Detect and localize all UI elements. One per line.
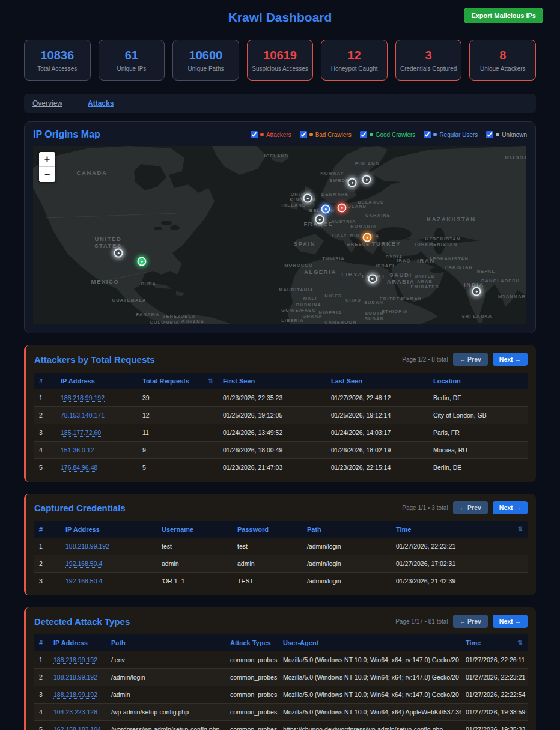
ip-address-link[interactable]: 188.218.99.192 [53,656,97,664]
map-label: SOUTH [365,311,384,316]
cell-username: test [157,538,233,555]
stat-value: 10619 [263,49,297,62]
cell-last-seen: 01/24/2026, 14:03:17 [326,424,428,442]
ip-address-link[interactable]: 176.84.96.48 [61,464,97,472]
cell-ip-address: 188.218.99.192 [61,538,157,555]
ip-address-link[interactable]: 104.23.223.128 [53,708,97,716]
pagination-attacks: Page 1/17 • 81 total← PrevNext → [395,615,528,628]
map-label: EMIRATES [411,284,439,290]
map-marker-unknown[interactable] [368,275,377,284]
table-attackers: #IP AddressTotal Requests⇅First SeenLast… [34,373,528,476]
ip-address-link[interactable]: 188.218.99.192 [61,394,105,402]
legend-checkbox-bad-crawlers[interactable] [300,131,307,138]
map-marker-unknown[interactable] [472,287,481,296]
map-label: TURKEY [372,240,401,247]
sort-icon[interactable]: ⇅ [518,639,523,646]
map-marker-unknown[interactable] [114,249,123,258]
tab-overview[interactable]: Overview [32,99,62,108]
sort-icon[interactable]: ⇅ [518,526,523,532]
ip-address-link[interactable]: 188.218.99.192 [53,691,97,699]
prev-page-button[interactable]: ← Prev [453,501,488,514]
tab-attacks[interactable]: Attacks [88,99,114,108]
cell-ip-address: 192.168.50.4 [61,555,157,573]
ip-address-link[interactable]: 151.36.0.12 [61,446,94,454]
sort-icon[interactable]: ⇅ [208,377,213,384]
table-row: 5162.158.182.104/wordpress/wp-admin/setu… [34,721,528,730]
marker-dot [351,181,353,184]
cell-path: /admin/login [302,573,391,590]
legend-label: Good Crawlers [376,132,416,138]
cell-user-agent: Mozilla/5.0 (Windows NT 10.0; Win64; x64… [278,669,461,686]
cell-ip-address: 78.153.140.171 [56,407,138,424]
table-body: 1188.218.99.192testtest/admin/login01/27… [34,538,528,589]
cell-password: admin [233,555,302,573]
next-page-button[interactable]: Next → [493,615,528,628]
cell-attack-types: common_probes [225,669,278,686]
column-header-total-requests[interactable]: Total Requests⇅ [138,373,218,389]
ip-address-link[interactable]: 185.177.72.60 [61,429,101,437]
map-title: IP Origins Map [33,129,100,140]
export-malicious-ips-button[interactable]: Export Malicious IPs [464,8,543,23]
ip-address-link[interactable]: 188.218.99.192 [53,674,97,681]
map-label: MYANMAR [498,294,526,299]
map-label: STATES [94,242,122,249]
cell-first-seen: 01/25/2026, 19:12:05 [218,407,326,424]
legend-checkbox-attackers[interactable] [251,131,258,138]
stat-label: Suspicious Accesses [252,65,308,72]
table-row: 1188.218.99.192testtest/admin/login01/27… [34,538,528,555]
cell-path: /wp-admin/setup-config.php [106,704,225,721]
ip-address-link[interactable]: 192.168.50.4 [65,560,102,568]
map-marker-unknown[interactable] [315,215,324,224]
stats-row: 10836Total Accesses61Unique IPs10600Uniq… [24,40,536,81]
table-row: 4151.36.0.12901/26/2026, 18:00:4901/26/2… [34,442,528,459]
legend-checkbox-unknown[interactable] [486,131,493,138]
map-label: YEMEN [403,296,422,301]
ip-address-link[interactable]: 188.218.99.192 [65,543,109,550]
legend-item-unknown: Unknown [486,131,527,138]
stat-label: Honeypot Caught [331,65,378,72]
map-marker-attacker[interactable] [338,204,347,213]
map-marker-good-crawler[interactable] [138,257,147,266]
map-marker-unknown[interactable] [303,194,312,203]
tables-wrap: Attackers by Total RequestsPage 1/2 • 8 … [24,345,536,730]
next-page-button[interactable]: Next → [493,353,528,366]
cell-last-seen: 01/27/2026, 22:48:12 [326,389,428,407]
tab-bar: OverviewAttacks [24,94,536,113]
prev-page-button[interactable]: ← Prev [453,615,488,628]
pagination-attackers: Page 1/2 • 8 total← PrevNext → [402,353,528,366]
map-marker-bad-crawler[interactable] [363,233,372,242]
map-marker-regular-user[interactable] [321,205,330,214]
map-label: ETHIOPIA [382,309,408,314]
map-marker-unknown[interactable] [348,178,357,187]
legend-checkbox-good-crawlers[interactable] [360,131,367,138]
cell-path: /.env [106,651,225,669]
cell-: 4 [34,442,56,459]
legend-item-attackers: Attackers [251,131,291,138]
column-header-time[interactable]: Time⇅ [391,521,528,538]
zoom-out-button[interactable]: − [39,167,55,182]
column-header-time[interactable]: Time⇅ [461,634,528,651]
ip-address-link[interactable]: 78.153.140.171 [61,412,105,419]
cell-ip-address: 188.218.99.192 [56,389,138,407]
map-label: GREECE [347,242,370,247]
stat-label: Credentials Captured [400,65,457,72]
cell-last-seen: 01/26/2026, 18:02:19 [326,442,428,459]
next-page-button[interactable]: Next → [493,501,528,514]
cell-user-agent: Mozilla/5.0 (Windows NT 10.0; Win64; x64… [278,686,461,704]
stat-label: Unique Paths [187,65,224,72]
zoom-in-button[interactable]: + [39,152,55,167]
header: Krawl Dashboard Export Malicious IPs [24,5,536,30]
prev-page-button[interactable]: ← Prev [453,353,488,366]
cell-total-requests: 11 [138,424,218,442]
column-header-label: Path [111,639,126,646]
map-label: CAMEROON [324,320,356,324]
map-label: GUINEA- [281,308,305,313]
cell-total-requests: 39 [138,389,218,407]
legend-dot-icon [496,133,499,136]
ip-address-link[interactable]: 162.158.182.104 [53,726,101,730]
ip-address-link[interactable]: 192.168.50.4 [65,577,102,585]
legend-checkbox-regular-users[interactable] [424,131,431,138]
map-canvas[interactable]: CANADAUNITEDSTATESMEXICOCUBAGUATEMALAPAN… [33,146,526,324]
map-marker-unknown[interactable] [362,175,371,184]
map-label: IRAQ [397,258,410,263]
